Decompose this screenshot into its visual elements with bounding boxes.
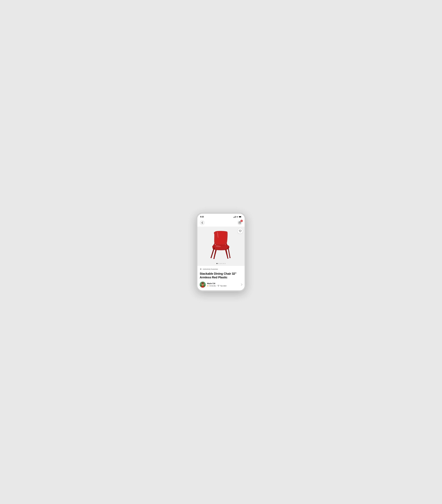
top-rated-label: Top rated: [220, 285, 226, 287]
back-button[interactable]: [200, 220, 205, 225]
back-chevron-icon: [202, 222, 203, 224]
dot-2[interactable]: [218, 263, 219, 264]
seller-name: Mazie-718: [207, 282, 226, 284]
wifi-icon: [236, 216, 238, 218]
star-icon: [207, 285, 209, 287]
cart-badge: 2: [240, 220, 243, 222]
dot-3[interactable]: [220, 263, 221, 264]
seller-chevron-button[interactable]: [241, 284, 242, 286]
status-time: 9:15: [200, 216, 204, 218]
seller-details: Mazie-718 4.9 (3.2k) • Top rated: [207, 282, 226, 287]
seller-row: Mazie-718 4.9 (3.2k) • Top rated: [200, 282, 242, 288]
phone-frame: 9:15: [196, 213, 246, 291]
svg-point-4: [227, 258, 229, 259]
heart-icon: [239, 230, 241, 232]
dot-6[interactable]: [224, 263, 225, 264]
wishlist-button[interactable]: [238, 229, 243, 234]
avatar-image: [200, 282, 206, 288]
image-dots: [217, 263, 225, 264]
svg-rect-1: [239, 216, 241, 217]
cart-icon: [238, 221, 241, 224]
authenticity-badge: Authenticity Guarantee: [200, 268, 242, 270]
dot-5[interactable]: [223, 263, 224, 264]
svg-point-5: [210, 257, 212, 258]
seller-rating: 4.9 (3.2k) • Top rated: [207, 285, 226, 287]
authenticity-text: Authenticity Guarantee: [203, 268, 218, 270]
svg-point-13: [203, 284, 204, 284]
rating-value: 4.9 (3.2k): [209, 285, 216, 287]
verified-icon: [200, 268, 202, 270]
seller-avatar: [200, 282, 206, 288]
signal-icon: [234, 216, 236, 218]
status-icons: [234, 216, 242, 218]
trophy-icon: [218, 285, 219, 287]
chevron-right-icon: [241, 284, 242, 286]
product-image-placeholder: [197, 227, 245, 266]
product-title: Stackable Dining Chair 32" Armless Red P…: [200, 272, 242, 279]
nav-bar: 2: [197, 219, 245, 227]
product-chair-image: [207, 230, 235, 262]
cart-button-container[interactable]: 2: [237, 220, 242, 225]
seller-info[interactable]: Mazie-718 4.9 (3.2k) • Top rated: [200, 282, 226, 288]
dot-1[interactable]: [217, 263, 218, 264]
product-info: Authenticity Guarantee Stackable Dining …: [197, 266, 245, 290]
svg-point-6: [229, 257, 231, 258]
battery-icon: [239, 216, 242, 217]
product-image-area: [197, 227, 245, 266]
dot-4[interactable]: [221, 263, 222, 264]
svg-point-12: [202, 284, 203, 284]
svg-point-3: [213, 258, 215, 259]
bullet-separator: •: [216, 285, 217, 287]
status-bar: 9:15: [197, 214, 245, 219]
